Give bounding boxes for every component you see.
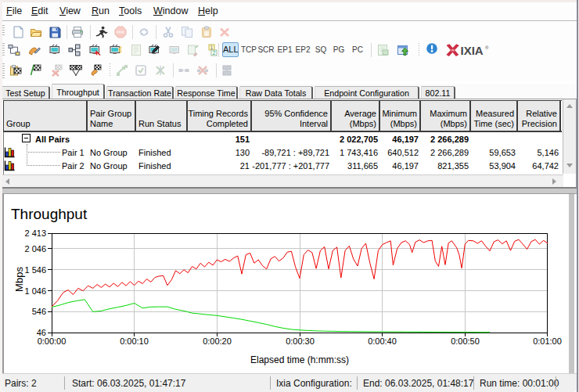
svg-text:2: 2 xyxy=(213,50,216,56)
svg-text:1 046: 1 046 xyxy=(24,286,46,296)
svg-text:0:00:40: 0:00:40 xyxy=(368,336,397,346)
svg-text:1 546: 1 546 xyxy=(24,265,46,275)
svg-text:0:00:10: 0:00:10 xyxy=(120,336,149,346)
svg-text:0:00:20: 0:00:20 xyxy=(203,336,232,346)
svg-text:0:00:50: 0:00:50 xyxy=(451,336,480,346)
svg-text:Mbps: Mbps xyxy=(13,267,25,292)
svg-text:Elapsed time (h:mm:ss): Elapsed time (h:mm:ss) xyxy=(250,354,349,365)
svg-text:2 413: 2 413 xyxy=(24,228,46,238)
svg-text:2 046: 2 046 xyxy=(24,244,46,254)
svg-text:546: 546 xyxy=(32,307,46,316)
svg-text:IXIA: IXIA xyxy=(461,44,484,57)
svg-text:0:00:30: 0:00:30 xyxy=(286,336,315,346)
svg-text:1: 1 xyxy=(210,45,214,50)
svg-text:0:01:00: 0:01:00 xyxy=(533,336,562,346)
svg-text:®: ® xyxy=(485,45,489,50)
svg-text:0:00:00: 0:00:00 xyxy=(38,336,67,346)
